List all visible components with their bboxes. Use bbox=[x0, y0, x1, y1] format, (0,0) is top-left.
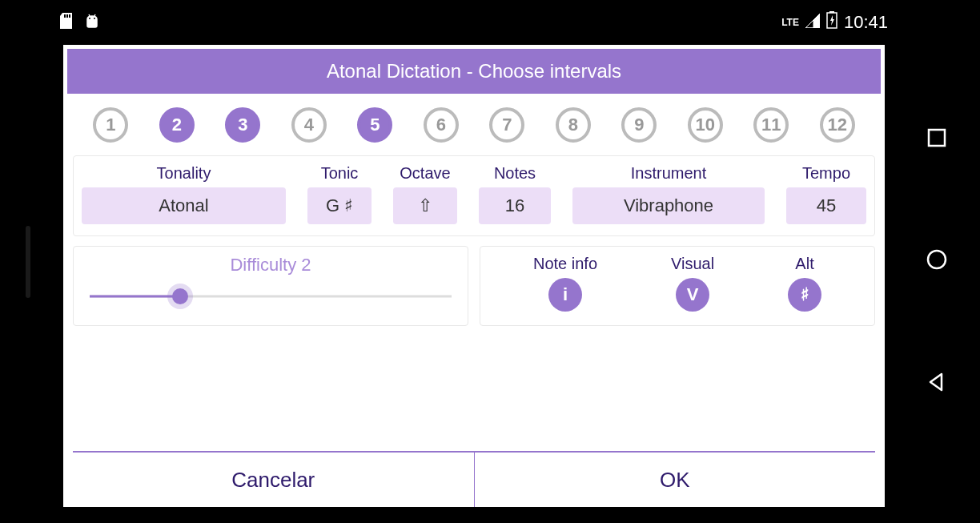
difficulty-label: Difficulty 2 bbox=[90, 255, 452, 276]
svg-rect-2 bbox=[69, 14, 70, 18]
alt-button[interactable]: ♯ bbox=[788, 278, 821, 312]
interval-chip-3[interactable]: 3 bbox=[225, 107, 260, 143]
interval-chip-8[interactable]: 8 bbox=[556, 107, 591, 143]
nav-home-button[interactable] bbox=[925, 247, 949, 275]
interval-chip-2[interactable]: 2 bbox=[159, 107, 195, 143]
tempo-label: Tempo bbox=[802, 164, 850, 183]
status-time: 10:41 bbox=[844, 12, 888, 33]
interval-chip-11[interactable]: 11 bbox=[753, 107, 789, 143]
settings-card: Tonality Atonal Tonic G ♯ Octave ⇧ Notes… bbox=[73, 155, 875, 236]
alt-label: Alt bbox=[795, 255, 813, 273]
instrument-value[interactable]: Vibraphone bbox=[572, 187, 765, 224]
svg-point-8 bbox=[928, 251, 946, 268]
intervals-row: 123456789101112 bbox=[63, 98, 885, 152]
dialog-title: Atonal Dictation - Choose intervals bbox=[67, 49, 881, 94]
visual-button[interactable]: V bbox=[676, 278, 709, 312]
options-card: Note info i Visual V Alt ♯ bbox=[480, 246, 875, 326]
ok-button[interactable]: OK bbox=[475, 453, 876, 507]
interval-chip-6[interactable]: 6 bbox=[424, 107, 459, 143]
tonality-label: Tonality bbox=[157, 164, 211, 183]
android-icon bbox=[84, 13, 100, 32]
noteinfo-button[interactable]: i bbox=[548, 278, 582, 312]
svg-rect-6 bbox=[829, 11, 834, 13]
battery-charging-icon bbox=[826, 11, 837, 34]
interval-chip-9[interactable]: 9 bbox=[621, 107, 657, 143]
octave-value[interactable]: ⇧ bbox=[393, 187, 457, 224]
cancel-button[interactable]: Cancelar bbox=[73, 453, 474, 507]
tonic-value[interactable]: G ♯ bbox=[307, 187, 372, 224]
difficulty-slider[interactable] bbox=[90, 287, 452, 306]
svg-rect-0 bbox=[64, 14, 66, 18]
svg-point-3 bbox=[89, 18, 90, 19]
interval-chip-7[interactable]: 7 bbox=[489, 107, 524, 143]
tonality-value[interactable]: Atonal bbox=[82, 187, 286, 224]
nav-recent-button[interactable] bbox=[926, 127, 947, 151]
notes-value[interactable]: 16 bbox=[479, 187, 551, 224]
interval-chip-5[interactable]: 5 bbox=[357, 107, 392, 143]
interval-chip-4[interactable]: 4 bbox=[291, 107, 327, 143]
interval-chip-1[interactable]: 1 bbox=[93, 107, 128, 143]
notes-label: Notes bbox=[494, 164, 536, 183]
visual-label: Visual bbox=[671, 255, 714, 273]
svg-rect-1 bbox=[66, 14, 68, 18]
device-speaker bbox=[26, 226, 30, 298]
interval-chip-10[interactable]: 10 bbox=[688, 107, 723, 143]
difficulty-card: Difficulty 2 bbox=[73, 246, 468, 326]
sd-card-icon bbox=[60, 13, 74, 32]
tempo-value[interactable]: 45 bbox=[786, 187, 866, 224]
instrument-label: Instrument bbox=[631, 164, 706, 183]
octave-label: Octave bbox=[400, 164, 450, 183]
dialog-footer: Cancelar OK bbox=[73, 451, 875, 507]
svg-rect-7 bbox=[929, 130, 945, 146]
svg-point-4 bbox=[94, 18, 95, 19]
interval-chip-12[interactable]: 12 bbox=[820, 107, 855, 143]
status-bar: LTE 10:41 bbox=[44, 6, 904, 38]
dialog: Atonal Dictation - Choose intervals 1234… bbox=[63, 45, 885, 507]
nav-back-button[interactable] bbox=[926, 371, 948, 396]
lte-icon: LTE bbox=[781, 17, 799, 28]
signal-icon bbox=[805, 12, 820, 33]
tonic-label: Tonic bbox=[321, 164, 359, 183]
noteinfo-label: Note info bbox=[533, 255, 597, 273]
